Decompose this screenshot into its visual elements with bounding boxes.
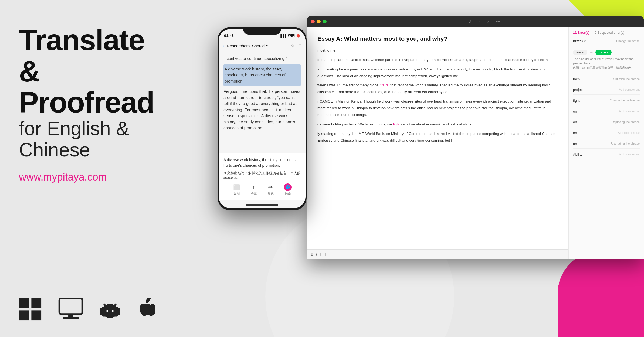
more-icon[interactable]: •••: [496, 19, 500, 24]
action-fight[interactable]: Change the verb tense: [610, 99, 640, 102]
left-panel: Translate & Proofread for English & Chin…: [0, 0, 184, 337]
chip-travel[interactable]: travel: [573, 50, 587, 55]
translate-label: 翻译: [285, 192, 291, 196]
proofread-sidebar: 11 Error(s) 0 Suspected error(s) travell…: [568, 27, 644, 259]
action-on-3[interactable]: Add global issue: [618, 131, 640, 134]
minimize-button-dot[interactable]: [317, 20, 321, 23]
word-then: then: [573, 77, 580, 81]
star-icon[interactable]: ☆: [291, 43, 294, 48]
sidebar-item-ability: Ability Add component: [573, 152, 640, 159]
suspected-count: 0 Suspected error(s): [595, 31, 624, 35]
desktop-outer: ↺ ↑ ⤢ ••• Essay A: What matters most to …: [307, 16, 644, 259]
editor-area[interactable]: Essay A: What matters most to you, and w…: [307, 27, 568, 259]
phone-nav-bar: ‹ Researchers: Should Y... ☆ ⊞: [219, 40, 306, 52]
signal-icon: ▐▐▐: [279, 34, 286, 38]
italic-icon[interactable]: I: [316, 251, 317, 257]
phone-article-highlight: A diverse work history, the study conclu…: [223, 64, 301, 86]
copy-label: 复制: [234, 192, 240, 196]
desktop-mockup: ↺ ↑ ⤢ ••• Essay A: What matters most to …: [307, 16, 644, 259]
share-icon: ↑: [250, 183, 257, 191]
desktop-titlebar: ↺ ↑ ⤢ •••: [307, 16, 644, 27]
share-desktop-icon[interactable]: ↑: [478, 19, 480, 24]
phone-toolbar-copy[interactable]: ⬜ 复制: [233, 183, 240, 196]
arrow-icon: →: [589, 50, 593, 55]
expand-icon[interactable]: ⤢: [486, 19, 490, 24]
refresh-icon[interactable]: ↺: [468, 19, 472, 24]
phone-home-indicator: [246, 204, 278, 206]
action-projects[interactable]: Add component: [619, 88, 640, 91]
note-label: 笔记: [268, 192, 274, 196]
svg-point-15: [112, 310, 114, 312]
projects-word: projects: [447, 106, 459, 110]
phone-translate-english: A diverse work history, the study conclu…: [223, 157, 301, 168]
sidebar-item-fight: fight Change the verb tense: [573, 98, 640, 105]
word-on-4: on: [573, 142, 577, 146]
sidebar-item-travel: travel → travels The singular or plural …: [573, 50, 640, 73]
maximize-button-dot[interactable]: [323, 20, 327, 23]
close-button-dot[interactable]: [311, 20, 315, 23]
main-title: Translate & Proofread: [19, 24, 165, 118]
note-icon: ✏: [267, 183, 274, 191]
chip-travels[interactable]: travels: [595, 50, 611, 55]
phone-toolbar-share[interactable]: ↑ 分享: [250, 183, 257, 196]
share-label: 分享: [251, 192, 257, 196]
windows-platform-icon: [19, 298, 42, 321]
error-count: 11 Error(s): [573, 31, 589, 35]
phone-screen: 01:43 ▐▐▐ WiFi 🔴 ‹ Researchers: Should Y…: [219, 29, 306, 208]
website-url[interactable]: www.mypitaya.com: [19, 171, 165, 183]
android-platform-icon: [100, 298, 120, 321]
align-icon[interactable]: ≡: [329, 251, 331, 257]
action-on-1[interactable]: Add component: [619, 110, 640, 113]
svg-point-14: [106, 310, 108, 312]
svg-rect-6: [63, 317, 79, 319]
action-travelled[interactable]: Change the tense: [616, 39, 640, 43]
action-on-4[interactable]: Upgrading the phrase: [611, 142, 640, 145]
editor-bottom-toolbar: B I T T ≡: [307, 249, 568, 259]
word-on-1: on: [573, 109, 577, 113]
desktop-content: Essay A: What matters most to you, and w…: [307, 27, 644, 259]
phone-time: 01:43: [224, 33, 234, 38]
mac-monitor-platform-icon: [58, 298, 84, 321]
word-fight: fight: [573, 98, 580, 103]
svg-rect-0: [19, 298, 29, 308]
svg-rect-4: [59, 298, 82, 314]
translate-icon: 🌐: [284, 183, 292, 191]
apple-platform-icon: [136, 298, 155, 321]
travel-options: travel → travels: [573, 50, 640, 55]
svg-rect-3: [31, 310, 41, 320]
phone-toolbar-note[interactable]: ✏ 笔记: [267, 183, 274, 196]
svg-rect-20: [100, 308, 102, 312]
action-on-2[interactable]: Replacing the phrase: [612, 120, 640, 124]
word-on-2: on: [573, 120, 577, 124]
phone-nav-icons: ☆ ⊞: [291, 43, 302, 48]
sidebar-item-travelled: travelled Change the tense: [573, 39, 640, 46]
sidebar-item-then: then Optimize the phrase: [573, 77, 640, 84]
subtitle: for English & Chinese: [19, 118, 165, 161]
sidebar-item-on-3: on Add global issue: [573, 131, 640, 138]
phone-outer: 01:43 ▐▐▐ WiFi 🔴 ‹ Researchers: Should Y…: [218, 27, 307, 210]
action-then[interactable]: Optimize the phrase: [613, 77, 640, 80]
phone-article-excerpt1: incentives to continue specializing.": [223, 56, 301, 62]
phone-mockup: 01:43 ▐▐▐ WiFi 🔴 ‹ Researchers: Should Y…: [218, 27, 307, 210]
phone-article-para2: Ferguson mentions that, if a person move…: [223, 88, 301, 131]
bold-icon[interactable]: B: [311, 251, 313, 257]
action-ability[interactable]: Add component: [619, 153, 640, 156]
phone-back-button[interactable]: ‹: [222, 43, 224, 49]
travel-description: The singular or plural of [travel] may b…: [573, 57, 640, 70]
travel-word-highlight[interactable]: travel: [380, 83, 389, 87]
phone-toolbar-translate[interactable]: 🌐 翻译: [284, 183, 292, 196]
sidebar-item-on-4: on Upgrading the phrase: [573, 142, 640, 149]
essay-text: most to me. demanding careers. Unlike mo…: [317, 47, 558, 144]
sidebar-item-on-1: on Add component: [573, 109, 640, 116]
underline-icon[interactable]: T: [320, 251, 322, 257]
phone-notch: [243, 27, 281, 35]
svg-rect-5: [68, 314, 73, 317]
svg-rect-1: [31, 298, 41, 308]
essay-title: Essay A: What matters most to you, and w…: [317, 35, 558, 43]
fight-word-highlight[interactable]: fight: [393, 122, 400, 126]
font-icon[interactable]: T: [324, 251, 327, 257]
sidebar-item-projects: projects Add component: [573, 88, 640, 95]
word-projects: projects: [573, 88, 585, 92]
menu-icon[interactable]: ⊞: [298, 43, 302, 48]
sidebar-item-on-2: on Replacing the phrase: [573, 120, 640, 127]
